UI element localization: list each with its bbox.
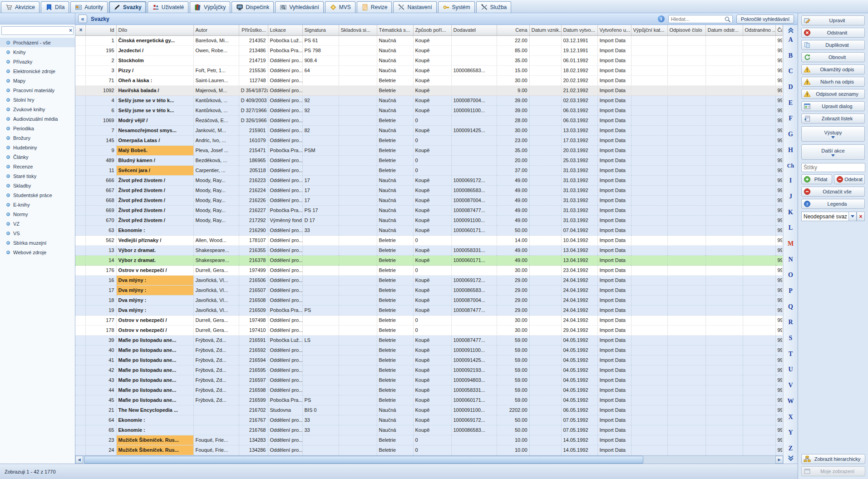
alphabet-letter[interactable]: Z: [789, 445, 793, 452]
table-row[interactable]: 667Život před životem /Moody, Ray...2162…: [75, 185, 782, 195]
column-header[interactable]: Datum vytvo...: [561, 25, 597, 35]
table-row[interactable]: 668Život před životem /Moody, Ray...2162…: [75, 195, 782, 205]
odstranit-button[interactable]: Odstranit: [801, 28, 865, 38]
table-row[interactable]: 9Malý Bobeš.Pleva, Josef ...215471Pobočk…: [75, 145, 782, 155]
alphabet-letter[interactable]: S: [789, 335, 793, 341]
sidebar-item[interactable]: Stolní hry: [0, 95, 75, 104]
sidebar-item[interactable]: VS: [0, 228, 75, 238]
advanced-search-button[interactable]: Pokročilé vyhledávání: [736, 15, 794, 24]
table-row[interactable]: 71Oheň a láska :Saint-Lauren...112748Odd…: [75, 75, 782, 85]
alphabet-letter[interactable]: H: [788, 147, 793, 153]
scroll-to-bottom-icon[interactable]: [788, 454, 794, 462]
legenda-button[interactable]: ? Legenda: [801, 199, 865, 209]
table-row[interactable]: 666Život před životem /Moody, Ray...2162…: [75, 175, 782, 185]
zobrazit-hierarchicky-button[interactable]: Zobrazit hierarchicky: [801, 454, 865, 464]
alphabet-letter[interactable]: P: [789, 288, 793, 294]
sidebar-item[interactable]: VZ: [0, 219, 75, 228]
sidebar-item[interactable]: Zvukové knihy: [0, 104, 75, 114]
vystupy-button[interactable]: Výstupy: [801, 126, 865, 142]
sidebar-item[interactable]: Články: [0, 152, 75, 162]
table-row[interactable]: 195Jezdectví /Owen, Robe...213486Pobočka…: [75, 45, 782, 55]
alphabet-letter[interactable]: K: [788, 209, 793, 216]
table-row[interactable]: 43Mafie po listopadu ane...Frýbová, Zd..…: [75, 375, 782, 385]
column-header[interactable]: ×: [75, 25, 85, 35]
clear-filter-icon[interactable]: ×: [857, 212, 865, 221]
column-header[interactable]: Autor: [193, 25, 239, 35]
sidebar-item[interactable]: Přívazky: [0, 57, 75, 66]
column-header[interactable]: Čár...: [775, 25, 782, 35]
table-row[interactable]: 145Omerpaša Latas /Andric, Ivo, ...16107…: [75, 135, 782, 145]
table-row[interactable]: 42Mafie po listopadu ane...Frýbová, Zd..…: [75, 365, 782, 375]
table-row[interactable]: 14Výbor z dramat.Shakespeare...216378Odd…: [75, 255, 782, 265]
table-row[interactable]: 1Čínská energetická gy...Barešová, Mi...…: [75, 35, 782, 45]
tab-dila[interactable]: Díla: [41, 1, 69, 13]
sidebar-item[interactable]: Skladby: [0, 181, 75, 190]
alphabet-letter[interactable]: X: [788, 414, 793, 420]
sidebar-item[interactable]: Mapy: [0, 76, 75, 85]
obnovit-button[interactable]: Obnovit: [801, 52, 865, 62]
chevron-down-icon[interactable]: [848, 212, 857, 221]
table-row[interactable]: 178Ostrov v nebezpečí /Durrell, Gera...1…: [75, 325, 782, 335]
column-header[interactable]: Id: [85, 25, 116, 35]
column-header[interactable]: Výpůjční kat...: [631, 25, 667, 35]
tab-nastaveni[interactable]: Nastavení: [393, 1, 436, 13]
tab-revize[interactable]: Revize: [357, 1, 392, 13]
table-row[interactable]: 39Mafie po listopadu ane...Frýbová, Zd..…: [75, 335, 782, 345]
sidebar-item[interactable]: Procházení - vše: [0, 38, 75, 47]
alphabet-letter[interactable]: D: [788, 84, 793, 90]
upravit-button[interactable]: Upravit: [801, 15, 865, 25]
table-row[interactable]: 562Vedlejší příznaky /Allen, Wood...1781…: [75, 235, 782, 245]
alphabet-letter[interactable]: T: [789, 351, 793, 357]
search-input[interactable]: [668, 15, 733, 23]
tab-vyhledavani[interactable]: Vyhledávání: [275, 1, 324, 13]
sidebar-item[interactable]: Pracovní materiály: [0, 85, 75, 95]
alphabet-letter[interactable]: M: [788, 241, 794, 247]
navrh-na-odpis-button[interactable]: Návrh na odpis: [801, 77, 865, 87]
stitky-input[interactable]: [801, 163, 865, 172]
table-row[interactable]: 4Sešly jsme se v této k...Kantůrková, ..…: [75, 95, 782, 105]
column-header[interactable]: Odstraněno ...: [743, 25, 775, 35]
column-header[interactable]: Datum vznik...: [529, 25, 561, 35]
alphabet-letter[interactable]: F: [789, 115, 793, 122]
tab-sluzba[interactable]: Služba: [476, 1, 512, 13]
sidebar-item[interactable]: Periodika: [0, 123, 75, 133]
scrollbar-thumb[interactable]: [84, 456, 643, 464]
column-header[interactable]: Lokace: [268, 25, 302, 35]
info-icon[interactable]: i: [658, 15, 665, 22]
table-row[interactable]: 7Nesamozřejmost smys...Janković, M...215…: [75, 125, 782, 135]
sidebar-item[interactable]: Webové zdroje: [0, 247, 75, 257]
filter-select[interactable]: Neodepsané svaz: [801, 212, 848, 221]
table-row[interactable]: 3Pizzy /Fořt, Petr, 1...215536Oddělení p…: [75, 65, 782, 75]
sidebar-item[interactable]: Sbírka muzejní: [0, 238, 75, 247]
column-header[interactable]: Signatura: [302, 25, 339, 35]
alphabet-letter[interactable]: N: [788, 257, 793, 263]
table-row[interactable]: 40Mafie po listopadu ane...Frýbová, Zd..…: [75, 345, 782, 355]
table-row[interactable]: 489Bludný kámen /Bezděková, ...186965Odd…: [75, 155, 782, 165]
pridat-button[interactable]: Přidat: [801, 174, 832, 184]
collapse-panel-button[interactable]: «: [78, 15, 87, 23]
sidebar-item[interactable]: Knihy: [0, 47, 75, 57]
alphabet-letter[interactable]: B: [789, 53, 793, 59]
table-row[interactable]: 19Dva mlýny :Javořická, Vl...216509Poboč…: [75, 305, 782, 315]
table-row[interactable]: 16Dva mlýny :Javořická, Vl...216506Odděl…: [75, 275, 782, 285]
column-header[interactable]: Dodavatel: [451, 25, 497, 35]
table-row[interactable]: 64Ekonomie :216767Oddělení pro...33Naučn…: [75, 415, 782, 425]
table-row[interactable]: 177Ostrov v nebezpečí /Durrell, Gera...1…: [75, 315, 782, 325]
alphabet-letter[interactable]: Ch: [787, 163, 794, 168]
tab-dispecink[interactable]: Dispečink: [232, 1, 274, 13]
tab-system[interactable]: Systém: [438, 1, 475, 13]
column-header[interactable]: Skladová si...: [339, 25, 377, 35]
tab-uzivatele[interactable]: Uživatelé: [148, 1, 188, 13]
zobrazit-listek-button[interactable]: Zobrazit lístek: [801, 114, 865, 123]
tab-akvizice[interactable]: Akvizice: [1, 1, 39, 13]
tab-svazky[interactable]: Svazky: [109, 1, 146, 13]
clear-filter-icon[interactable]: ×: [69, 27, 72, 34]
alphabet-letter[interactable]: G: [788, 131, 793, 138]
sidebar-item[interactable]: Audiovizuální média: [0, 114, 75, 123]
table-row[interactable]: 45Mafie po listopadu ane...Frýbová, Zd..…: [75, 395, 782, 405]
column-header[interactable]: Dílo: [116, 25, 193, 35]
table-row[interactable]: 670Život před životem /Moody, Ray...2172…: [75, 215, 782, 225]
moje-zobrazeni-button[interactable]: Moje zobrazení: [801, 466, 865, 476]
table-row[interactable]: 18Dva mlýny :Javořická, Vl...216508Odděl…: [75, 295, 782, 305]
alphabet-letter[interactable]: L: [789, 225, 793, 231]
